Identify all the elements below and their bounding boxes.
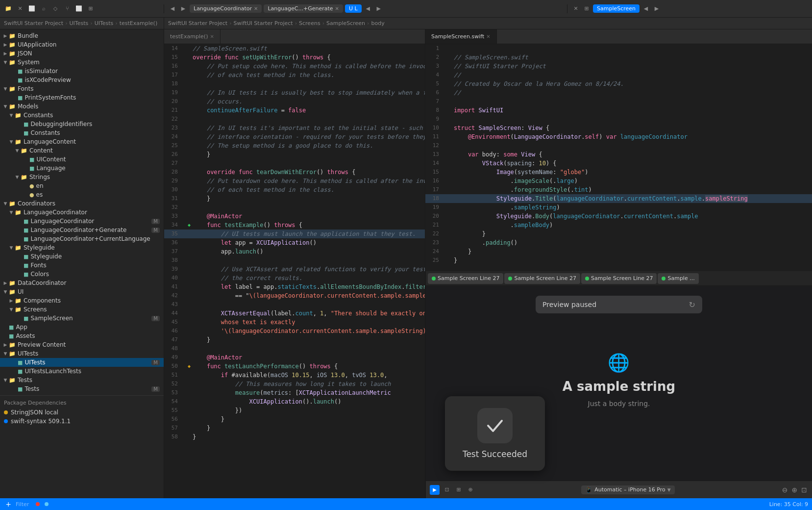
sidebar-item-uitests-folder[interactable]: ▼ 📁 UITests: [0, 349, 164, 358]
sidebar-item-issimulator[interactable]: ■ isSimulator: [0, 67, 164, 76]
sidebar-item-uicontent[interactable]: ■ UIContent: [0, 155, 164, 164]
sidebar-item-printsystemfonts[interactable]: ■ PrintSystemFonts: [0, 93, 164, 102]
sidebar-item-components[interactable]: ▶ 📁 Components: [0, 296, 164, 305]
preview-inspect-icon[interactable]: ⊕: [466, 485, 475, 494]
code-line: 33 @MainActor: [164, 212, 425, 221]
tab-close-icon[interactable]: ✕: [335, 6, 339, 11]
right-editor-tab-samplescreen[interactable]: SampleScreen.swift ✕: [425, 29, 497, 44]
sidebar-item-assets[interactable]: ■ Assets: [0, 332, 164, 340]
sidebar-item-json[interactable]: ▶ 📁 JSON: [0, 49, 164, 58]
sidebar-item-constants[interactable]: ■ Constants: [0, 128, 164, 137]
sidebar-item-uiapplication[interactable]: ▶ 📁 UIApplication: [0, 40, 164, 49]
sidebar-item-languagecontent[interactable]: ▼ 📁 LanguageContent: [0, 137, 164, 146]
sidebar-item-language[interactable]: ■ Language: [0, 164, 164, 173]
left-nav-icon[interactable]: ◀: [168, 4, 177, 13]
main-layout: ▶ 📁 Bundle ▶ 📁 UIApplication ▶ 📁 JSON ▼ …: [0, 29, 812, 498]
code-line: 25}: [425, 256, 812, 265]
sidebar-item-tests-file[interactable]: ■ Tests M: [0, 384, 164, 393]
sidebar-item-system[interactable]: ▼ 📁 System: [0, 58, 164, 67]
file-icon: ●: [29, 192, 34, 198]
zoom-in-icon[interactable]: ⊕: [791, 486, 799, 494]
sidebar-item-isxcodepreview[interactable]: ■ isXCodePreview: [0, 76, 164, 84]
preview-device-icon[interactable]: ⊡: [443, 485, 451, 494]
preview-tab-2[interactable]: Sample Screen Line 27: [504, 273, 580, 284]
sidebar-item-tests-folder[interactable]: ▼ 📁 Tests: [0, 376, 164, 384]
code-line-highlighted: 18 Styleguide.Title(languageCoordinator.…: [425, 194, 812, 203]
pkg-swift-syntax[interactable]: swift-syntax 509.1.1: [0, 417, 164, 426]
bookmark-icon[interactable]: ⬜: [27, 4, 36, 13]
sidebar-item-languagecoordinator-folder[interactable]: ▼ 📁 LanguageCoordinator: [0, 208, 164, 217]
code-line: 13 var body: some View {: [425, 150, 812, 159]
zoom-fit-icon[interactable]: ⊡: [800, 486, 808, 494]
sidebar-item-debuggingidentifiers[interactable]: ■ DebuggingIdentifiers: [0, 120, 164, 128]
sidebar-item-en[interactable]: ● en: [0, 181, 164, 190]
preview-tab-1[interactable]: Sample Screen Line 27: [428, 273, 503, 284]
sidebar-item-ui[interactable]: ▼ 📁 UI: [0, 287, 164, 296]
zoom-out-icon[interactable]: ⊖: [781, 486, 789, 494]
preview-play-icon[interactable]: ▶: [430, 485, 440, 495]
green-dot: [508, 277, 512, 280]
search-icon[interactable]: ⌕: [39, 4, 48, 13]
item-label: DataCoordinator: [18, 280, 66, 286]
sidebar-item-screens[interactable]: ▼ 📁 Screens: [0, 305, 164, 314]
git-icon[interactable]: ⑂: [63, 4, 72, 13]
folder-icon[interactable]: 📁: [4, 4, 13, 13]
tab-close-icon[interactable]: ✕: [210, 34, 214, 39]
right-nav2-icon[interactable]: ◀: [641, 4, 650, 13]
file-icon: ■: [24, 236, 28, 242]
sidebar-item-strings[interactable]: ▼ 📁 Strings: [0, 173, 164, 181]
tab-uitests[interactable]: U L: [345, 4, 362, 13]
sidebar-item-coordinators[interactable]: ▼ 📁 Coordinators: [0, 199, 164, 208]
sidebar-item-languagecoordinator-currentlanguage[interactable]: ■ LanguageCoordinator+CurrentLanguage: [0, 234, 164, 243]
add-icon[interactable]: +: [4, 500, 13, 509]
preview-grid-icon[interactable]: ⊞: [454, 485, 463, 494]
right-nav-icon[interactable]: ▶: [179, 4, 188, 13]
sidebar-item-styleguide-file[interactable]: ■ Styleguide: [0, 252, 164, 261]
close-right-icon[interactable]: ✕: [571, 4, 580, 13]
preview-device-selector[interactable]: 📱 Automatic – iPhone 16 Pro ▼: [581, 485, 674, 494]
tab-language-coordinator[interactable]: LanguageCoordinator ✕: [190, 4, 262, 13]
sidebar-item-datacoordinator[interactable]: ▶ 📁 DataCoordinator: [0, 279, 164, 287]
sidebar-item-languagecoordinator-generate[interactable]: ■ LanguageCoordinator+Generate M: [0, 226, 164, 234]
preview-tab-4[interactable]: Sample ...: [658, 273, 698, 284]
sidebar-item-samplescreen[interactable]: ■ SampleScreen M: [0, 314, 164, 323]
sidebar-item-fonts-file[interactable]: ■ Fonts: [0, 261, 164, 270]
pkg-stringjson[interactable]: StringJSON local: [0, 408, 164, 417]
preview-refresh-icon[interactable]: ↻: [689, 300, 695, 309]
preview-tab-3[interactable]: Sample Screen Line 27: [581, 273, 657, 284]
sidebar-item-colors[interactable]: ■ Colors: [0, 270, 164, 279]
grid-icon[interactable]: ⊞: [86, 4, 95, 13]
tab-close-icon[interactable]: ✕: [254, 6, 258, 11]
tab-close-icon[interactable]: ✕: [486, 34, 490, 39]
tab-label: SampleScreen: [597, 5, 636, 12]
right-code-editor[interactable]: 1 2// SampleScreen.swift 3// SwiftUI Sta…: [425, 44, 812, 271]
code-line: 16 // Put setup code here. This method i…: [164, 62, 425, 71]
package-dependencies-header[interactable]: Package Dependencies: [0, 398, 164, 408]
sidebar-item-app[interactable]: ■ App: [0, 323, 164, 332]
sidebar-item-uitests-file[interactable]: ■ UITests M: [0, 358, 164, 367]
item-label: Components: [24, 297, 61, 304]
nav-fwd-icon[interactable]: ▶: [374, 4, 383, 13]
grid-right-icon[interactable]: ⊞: [582, 4, 591, 13]
close-icon[interactable]: ✕: [16, 4, 25, 13]
nav-back-icon[interactable]: ◀: [364, 4, 372, 13]
sidebar-item-preview-content[interactable]: ▶ 📁 Preview Content: [0, 340, 164, 349]
diamond-icon[interactable]: ◇: [51, 4, 60, 13]
arrow-icon: ▼: [14, 175, 21, 179]
sidebar-item-models[interactable]: ▼ 📁 Models: [0, 102, 164, 111]
sidebar-item-fonts[interactable]: ▼ 📁 Fonts: [0, 84, 164, 93]
sidebar-item-uitestslaunch[interactable]: ■ UITestsLaunchTests: [0, 367, 164, 376]
sidebar-item-styleguide-folder[interactable]: ▼ 📁 Styleguide: [0, 243, 164, 252]
code-editor[interactable]: 14// SampleScreen.swift 15override func …: [164, 44, 425, 498]
editor-tab-testexample[interactable]: testExample() ✕: [164, 29, 221, 44]
sidebar-item-es[interactable]: ● es: [0, 190, 164, 199]
sidebar-item-bundle[interactable]: ▶ 📁 Bundle: [0, 31, 164, 40]
tab-language-coordinator-generate[interactable]: LanguageC...+Generate ✕: [264, 4, 343, 13]
comment-icon[interactable]: ⬜: [74, 4, 83, 13]
tab-sample-screen[interactable]: SampleScreen: [593, 4, 640, 13]
sidebar-item-languagecoordinator-file[interactable]: ■ LanguageCoordinator M: [0, 217, 164, 226]
code-line: 15override func setUpWithError() throws …: [164, 53, 425, 62]
sidebar-item-content-folder[interactable]: ▼ 📁 Content: [0, 146, 164, 155]
sidebar-item-constants-folder[interactable]: ▼ 📁 Constants: [0, 111, 164, 120]
right-nav3-icon[interactable]: ▶: [652, 4, 661, 13]
